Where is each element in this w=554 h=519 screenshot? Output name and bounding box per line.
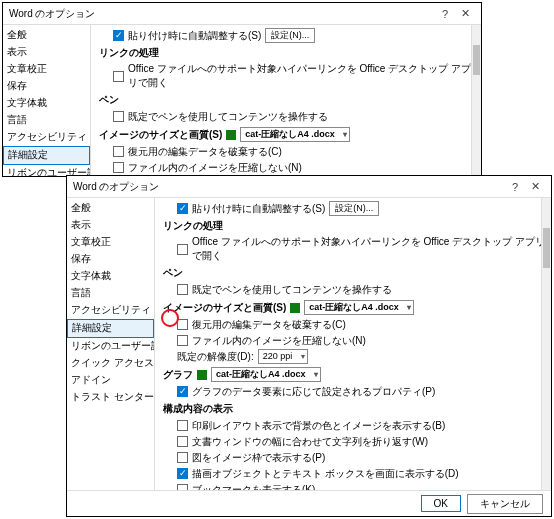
section-title: リンクの処理 — [163, 219, 545, 233]
target-doc-dropdown[interactable]: cat-圧縮なしA4 .docx — [211, 367, 321, 382]
help-icon[interactable]: ? — [505, 181, 525, 193]
ok-button[interactable]: OK — [421, 495, 461, 512]
word-doc-icon — [290, 303, 300, 313]
sidebar-item[interactable]: アクセシビリティ — [67, 302, 154, 319]
opt-label: Office ファイルへのサポート対象ハイパーリンクを Office デスクトッ… — [128, 62, 475, 90]
sidebar-item-advanced[interactable]: 詳細設定 — [67, 319, 154, 338]
sidebar-item-advanced[interactable]: 詳細設定 — [3, 146, 90, 165]
opt-label: ファイル内のイメージを圧縮しない(N) — [128, 161, 302, 175]
sidebar: 全般 表示 文章校正 保存 文字体裁 言語 アクセシビリティ 詳細設定 リボンの… — [67, 198, 155, 490]
section-title: ペン — [163, 266, 545, 280]
content-pane: 貼り付け時に自動調整する(S) 設定(N)... リンクの処理 Office フ… — [155, 198, 551, 490]
sidebar-item[interactable]: 表示 — [67, 217, 154, 234]
opt-label: 貼り付け時に自動調整する(S) — [192, 202, 325, 216]
help-icon[interactable]: ? — [435, 8, 455, 20]
word-doc-icon — [226, 130, 236, 140]
sidebar-item[interactable]: 文字体裁 — [3, 95, 90, 112]
checkbox[interactable] — [113, 162, 124, 173]
dialog-footer: OK キャンセル — [67, 490, 551, 516]
sidebar: 全般 表示 文章校正 保存 文字体裁 言語 アクセシビリティ 詳細設定 リボンの… — [3, 25, 91, 176]
section-title: ペン — [99, 93, 475, 107]
sidebar-item[interactable]: アクセシビリティ — [3, 129, 90, 146]
word-options-dialog-back: Word のオプション ? ✕ 全般 表示 文章校正 保存 文字体裁 言語 アク… — [2, 2, 482, 177]
word-doc-icon — [197, 370, 207, 380]
target-doc-dropdown[interactable]: cat-圧縮なしA4 .docx — [304, 300, 414, 315]
checkbox[interactable] — [177, 203, 188, 214]
settings-button[interactable]: 設定(N)... — [265, 28, 315, 43]
target-doc-dropdown[interactable]: cat-圧縮なしA4 .docx — [240, 127, 350, 142]
opt-label: 既定の解像度(D): — [177, 350, 254, 364]
section-title: グラフ — [163, 368, 193, 382]
section-title: イメージのサイズと画質(S) — [163, 301, 286, 315]
opt-label: 文書ウィンドウの幅に合わせて文字列を折り返す(W) — [192, 435, 428, 449]
checkbox[interactable] — [177, 436, 188, 447]
section-title: イメージのサイズと画質(S) — [99, 128, 222, 142]
sidebar-item[interactable]: トラスト センター — [67, 389, 154, 406]
checkbox[interactable] — [113, 30, 124, 41]
sidebar-item[interactable]: 文章校正 — [3, 61, 90, 78]
opt-label: 既定でペンを使用してコンテンツを操作する — [128, 110, 328, 124]
section-title: 構成内容の表示 — [163, 402, 545, 416]
checkbox[interactable] — [177, 386, 188, 397]
opt-label: 復元用の編集データを破棄する(C) — [192, 318, 346, 332]
opt-label: 描画オブジェクトとテキスト ボックスを画面に表示する(D) — [192, 467, 459, 481]
opt-label: 復元用の編集データを破棄する(C) — [128, 145, 282, 159]
close-icon[interactable]: ✕ — [525, 180, 545, 193]
opt-label: 印刷レイアウト表示で背景の色とイメージを表示する(B) — [192, 419, 445, 433]
checkbox[interactable] — [113, 146, 124, 157]
resolution-dropdown[interactable]: 220 ppi — [258, 349, 308, 364]
close-icon[interactable]: ✕ — [455, 7, 475, 20]
checkbox-no-compress[interactable] — [177, 335, 188, 346]
sidebar-item[interactable]: 全般 — [3, 27, 90, 44]
scrollbar[interactable] — [541, 198, 551, 490]
sidebar-item[interactable]: アドイン — [67, 372, 154, 389]
sidebar-item[interactable]: リボンのユーザー設定 — [67, 338, 154, 355]
opt-label: 図をイメージ枠で表示する(P) — [192, 451, 325, 465]
sidebar-item[interactable]: 文章校正 — [67, 234, 154, 251]
cancel-button[interactable]: キャンセル — [467, 494, 543, 514]
checkbox[interactable] — [177, 452, 188, 463]
opt-label: Office ファイルへのサポート対象ハイパーリンクを Office デスクトッ… — [192, 235, 545, 263]
sidebar-item[interactable]: 保存 — [3, 78, 90, 95]
section-title: リンクの処理 — [99, 46, 475, 60]
word-options-dialog-front: Word のオプション ? ✕ 全般 表示 文章校正 保存 文字体裁 言語 アク… — [66, 175, 552, 517]
checkbox[interactable] — [177, 484, 188, 490]
opt-label: ファイル内のイメージを圧縮しない(N) — [192, 334, 366, 348]
checkbox[interactable] — [177, 420, 188, 431]
titlebar: Word のオプション ? ✕ — [3, 3, 481, 25]
content-pane: 貼り付け時に自動調整する(S) 設定(N)... リンクの処理 Office フ… — [91, 25, 481, 176]
dialog-title: Word のオプション — [73, 180, 505, 194]
checkbox[interactable] — [177, 319, 188, 330]
sidebar-item[interactable]: 保存 — [67, 251, 154, 268]
dialog-title: Word のオプション — [9, 7, 435, 21]
settings-button[interactable]: 設定(N)... — [329, 201, 379, 216]
sidebar-item[interactable]: クイック アクセス ツール バー — [67, 355, 154, 372]
opt-label: グラフのデータ要素に応じて設定されるプロパティ(P) — [192, 385, 435, 399]
sidebar-item[interactable]: 全般 — [67, 200, 154, 217]
opt-label: ブックマークを表示する(K) — [192, 483, 315, 491]
opt-label: 既定でペンを使用してコンテンツを操作する — [192, 283, 392, 297]
checkbox[interactable] — [177, 244, 188, 255]
sidebar-item[interactable]: 言語 — [3, 112, 90, 129]
sidebar-item[interactable]: 文字体裁 — [67, 268, 154, 285]
checkbox[interactable] — [177, 284, 188, 295]
titlebar: Word のオプション ? ✕ — [67, 176, 551, 198]
sidebar-item[interactable]: 表示 — [3, 44, 90, 61]
opt-label: 貼り付け時に自動調整する(S) — [128, 29, 261, 43]
checkbox[interactable] — [177, 468, 188, 479]
scrollbar[interactable] — [471, 25, 481, 176]
checkbox[interactable] — [113, 71, 124, 82]
checkbox[interactable] — [113, 111, 124, 122]
sidebar-item[interactable]: 言語 — [67, 285, 154, 302]
